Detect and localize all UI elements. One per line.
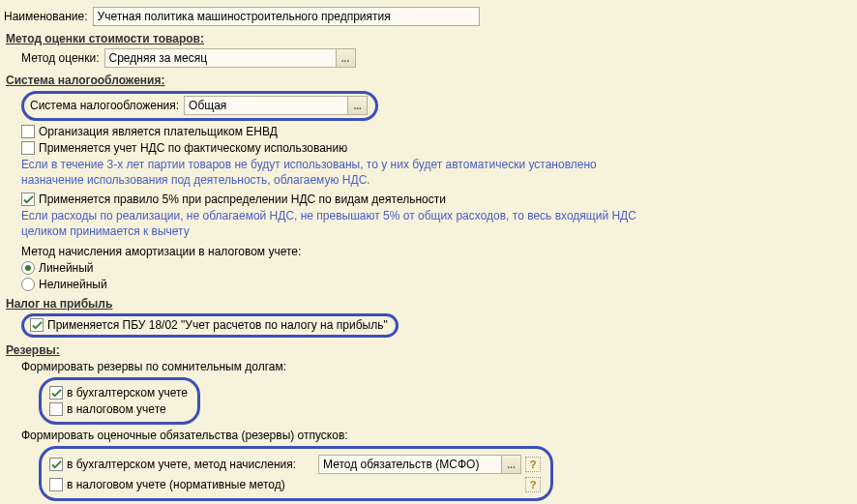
info-3years: Если в течение 3-х лет партии товаров не… [4,158,642,188]
pbu-highlight: Применяется ПБУ 18/02 "Учет расчетов по … [21,313,399,338]
checkbox-envd-label: Организация является плательщиком ЕНВД [39,125,278,138]
method-section-title: Метод оценки стоимости товаров: [4,32,853,45]
help-icon[interactable]: ? [525,457,541,472]
method-label: Метод оценки: [21,51,100,65]
info-5percent: Если расходы по реализации, не облагаемо… [4,209,642,239]
radio-dot-icon [25,265,31,271]
tax-system-select[interactable]: Общая ... [184,96,368,115]
checkbox-5percent-label: Применяется правило 5% при распределении… [39,193,446,206]
checkbox-pbu1802-label: Применяется ПБУ 18/02 "Учет расчетов по … [47,318,388,332]
checkbox-envd[interactable] [21,125,35,138]
checkbox-bu-vacation[interactable] [49,458,63,471]
radio-linear[interactable] [21,261,35,275]
radio-nonlinear[interactable] [21,278,35,291]
method-value: Средняя за месяц [105,49,336,67]
check-icon [51,460,62,470]
radio-nonlinear-label: Нелинейный [39,278,107,291]
checkbox-pbu1802[interactable] [30,318,44,332]
method-select[interactable]: Средняя за месяц ... [104,48,356,68]
checkbox-nds-fact[interactable] [21,141,35,155]
check-icon [32,320,43,331]
checkbox-nu-vacation-label: в налоговом учете (нормативные метод) [67,478,318,491]
help-icon[interactable]: ? [525,477,541,492]
reserves-vacation-highlight: в бухгалтерском учете, метод начисления:… [39,446,553,501]
checkbox-nu-doubtful-label: в налоговом учете [67,402,166,416]
radio-linear-label: Линейный [39,261,94,275]
tax-system-label: Система налогообложения: [30,99,179,112]
checkbox-bu-vacation-label: в бухгалтерском учете, метод начисления: [67,458,318,471]
checkbox-bu-doubtful-label: в бухгалтерском учете [67,386,188,400]
reserves-doubtful-highlight: в бухгалтерском учете в налоговом учете [39,377,200,425]
tax-system-value: Общая [185,97,347,114]
reserves-vacation-label: Формировать оценочные обязательства (рез… [4,429,853,442]
method-obligations-select[interactable]: Метод обязательств (МСФО) ... [318,455,521,474]
checkbox-nu-vacation[interactable] [49,478,63,491]
name-input[interactable] [93,7,480,26]
checkbox-5percent[interactable] [21,193,35,206]
ellipsis-icon[interactable]: ... [501,456,520,473]
checkbox-bu-doubtful[interactable] [49,386,63,400]
profit-section-title: Налог на прибыль [4,297,853,311]
amort-label: Метод начисления амортизации в налоговом… [4,245,853,258]
checkbox-nu-doubtful[interactable] [49,402,63,416]
method-obligations-value: Метод обязательств (МСФО) [319,456,501,473]
ellipsis-icon[interactable]: ... [347,97,367,114]
checkbox-nds-fact-label: Применяется учет НДС по фактическому исп… [39,141,347,155]
tax-system-section-title: Система налогообложения: [4,74,853,87]
check-icon [23,194,34,205]
tax-system-highlight: Система налогообложения: Общая ... [21,91,378,121]
check-icon [51,388,62,399]
name-label: Наименование: [4,10,88,23]
ellipsis-icon[interactable]: ... [336,49,355,67]
reserves-section-title: Резервы: [4,343,853,357]
reserves-doubtful-label: Формировать резервы по сомнительным долг… [4,360,853,373]
